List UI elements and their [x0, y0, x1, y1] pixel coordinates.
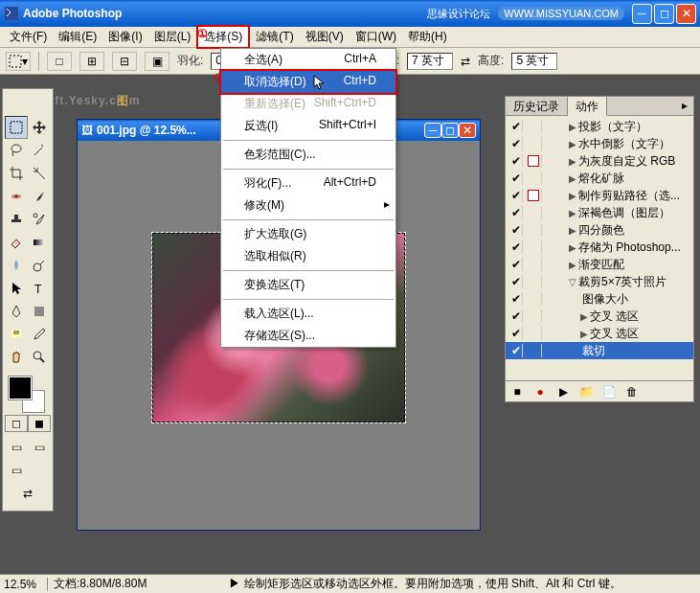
menu-item-8[interactable]: 修改(M)	[221, 194, 395, 217]
action-row[interactable]: ✔▶交叉 选区	[506, 325, 693, 342]
disclosure-triangle-icon[interactable]: ▶	[569, 122, 576, 132]
eyedropper-tool[interactable]	[28, 323, 51, 346]
action-row[interactable]: ✔▶为灰度自定义 RGB	[506, 152, 693, 170]
gradient-tool[interactable]	[28, 231, 51, 254]
action-toggle-checkbox[interactable]: ✔	[509, 120, 523, 133]
action-dialog-toggle[interactable]	[527, 275, 542, 288]
close-button[interactable]: ✕	[676, 4, 696, 24]
screen-full-icon[interactable]: ▭	[5, 459, 28, 482]
menu-item-10[interactable]: 扩大选取(G)	[221, 223, 395, 245]
action-row[interactable]: ✔裁切	[506, 342, 693, 359]
selection-new-icon[interactable]: □	[47, 52, 72, 71]
action-dialog-toggle[interactable]	[527, 344, 542, 357]
trash-icon[interactable]: 🗑	[624, 384, 640, 399]
action-row[interactable]: ✔▶渐变匹配	[506, 256, 693, 273]
dodge-tool[interactable]	[28, 254, 51, 277]
action-toggle-checkbox[interactable]: ✔	[509, 223, 523, 237]
marquee-tool[interactable]	[5, 116, 28, 139]
action-dialog-toggle[interactable]	[527, 120, 542, 133]
action-toggle-checkbox[interactable]: ✔	[509, 189, 523, 202]
height-input[interactable]	[511, 53, 557, 70]
disclosure-triangle-icon[interactable]: ▽	[569, 277, 576, 287]
menu-item-15[interactable]: 载入选区(L)...	[221, 303, 395, 325]
action-row[interactable]: ✔图像大小	[506, 290, 693, 308]
shape-tool[interactable]	[28, 300, 51, 323]
crop-tool[interactable]	[5, 162, 28, 185]
type-tool[interactable]: T	[28, 277, 51, 300]
action-toggle-checkbox[interactable]: ✔	[509, 309, 523, 323]
disclosure-triangle-icon[interactable]: ▶	[569, 225, 576, 236]
stop-icon[interactable]: ■	[509, 384, 525, 399]
brush-tool[interactable]	[28, 185, 51, 208]
move-tool[interactable]	[28, 116, 51, 139]
menu-item-0[interactable]: 全选(A)Ctrl+A	[221, 49, 395, 71]
action-toggle-checkbox[interactable]: ✔	[509, 171, 523, 185]
disclosure-triangle-icon[interactable]: ▶	[569, 260, 576, 270]
action-toggle-checkbox[interactable]: ✔	[509, 137, 523, 150]
marquee-tool-icon[interactable]: ▾	[6, 52, 31, 71]
history-brush-tool[interactable]	[28, 208, 51, 231]
hand-tool[interactable]	[5, 346, 28, 369]
play-icon[interactable]: ▶	[555, 384, 571, 399]
menu-item-1[interactable]: 取消选择(D)Ctrl+D	[219, 69, 397, 95]
menu-item-7[interactable]: 羽化(F)...Alt+Ctrl+D	[221, 172, 395, 194]
foreground-swatch[interactable]	[9, 376, 32, 399]
disclosure-triangle-icon[interactable]: ▶	[569, 139, 576, 149]
disclosure-triangle-icon[interactable]: ▶	[580, 329, 588, 339]
action-toggle-checkbox[interactable]: ✔	[509, 344, 523, 357]
action-dialog-toggle[interactable]	[527, 240, 542, 254]
path-select-tool[interactable]	[5, 277, 28, 300]
menu-item-16[interactable]: 存储选区(S)...	[221, 325, 395, 347]
disclosure-triangle-icon[interactable]: ▶	[569, 173, 576, 184]
doc-maximize-button[interactable]: ◻	[441, 123, 459, 138]
notes-tool[interactable]	[5, 323, 28, 346]
disclosure-triangle-icon[interactable]: ▶	[569, 156, 576, 167]
menu-item-5[interactable]: 色彩范围(C)...	[221, 144, 395, 166]
menu-window[interactable]: 窗口(W)	[350, 27, 402, 47]
width-input[interactable]	[407, 53, 453, 70]
action-row[interactable]: ✔▶投影（文字）	[506, 118, 693, 135]
action-toggle-checkbox[interactable]: ✔	[509, 327, 523, 340]
tab-actions[interactable]: 动作	[568, 97, 607, 116]
eraser-tool[interactable]	[5, 231, 28, 254]
standard-mode-icon[interactable]: ◻	[5, 415, 28, 432]
menu-item-11[interactable]: 选取相似(R)	[221, 245, 395, 267]
disclosure-triangle-icon[interactable]: ▶	[569, 208, 576, 218]
action-dialog-toggle[interactable]	[527, 206, 542, 219]
action-row[interactable]: ✔▶熔化矿脉	[506, 170, 693, 187]
doc-minimize-button[interactable]: ─	[424, 123, 441, 138]
panel-menu-icon[interactable]: ▸	[676, 97, 693, 115]
action-dialog-toggle[interactable]	[527, 292, 542, 306]
menu-image[interactable]: 图像(I)	[102, 27, 147, 47]
maximize-button[interactable]: ◻	[654, 4, 674, 24]
action-row[interactable]: ✔▶深褐色调（图层）	[506, 204, 693, 221]
screen-full-menu-icon[interactable]: ▭	[28, 436, 51, 459]
action-dialog-toggle[interactable]	[527, 258, 542, 271]
action-toggle-checkbox[interactable]: ✔	[509, 206, 523, 219]
action-dialog-toggle[interactable]	[527, 154, 542, 168]
action-dialog-toggle[interactable]	[527, 309, 542, 323]
action-row[interactable]: ✔▶交叉 选区	[506, 308, 693, 325]
action-row[interactable]: ✔▶水中倒影（文字）	[506, 135, 693, 152]
action-toggle-checkbox[interactable]: ✔	[509, 240, 523, 254]
selection-intersect-icon[interactable]: ▣	[145, 52, 169, 71]
record-icon[interactable]: ●	[532, 384, 548, 399]
imageready-icon[interactable]: ⇄	[5, 482, 51, 505]
action-toggle-checkbox[interactable]: ✔	[509, 154, 523, 168]
action-row[interactable]: ✔▶四分颜色	[506, 221, 693, 239]
action-toggle-checkbox[interactable]: ✔	[509, 258, 523, 271]
pen-tool[interactable]	[5, 300, 28, 323]
disclosure-triangle-icon[interactable]: ▶	[569, 242, 576, 253]
menu-layer[interactable]: 图层(L)	[148, 27, 197, 47]
action-dialog-toggle[interactable]	[527, 171, 542, 185]
menu-help[interactable]: 帮助(H)	[402, 27, 453, 47]
selection-sub-icon[interactable]: ⊟	[112, 52, 137, 71]
action-dialog-toggle[interactable]	[527, 137, 542, 150]
screen-standard-icon[interactable]: ▭	[5, 436, 28, 459]
color-swatches[interactable]	[5, 375, 51, 413]
menu-item-3[interactable]: 反选(I)Shift+Ctrl+I	[221, 115, 395, 137]
new-action-icon[interactable]: 📄	[601, 384, 617, 399]
heal-tool[interactable]	[5, 185, 28, 208]
slice-tool[interactable]	[28, 162, 51, 185]
action-row[interactable]: ✔▶制作剪贴路径（选...	[506, 187, 693, 204]
